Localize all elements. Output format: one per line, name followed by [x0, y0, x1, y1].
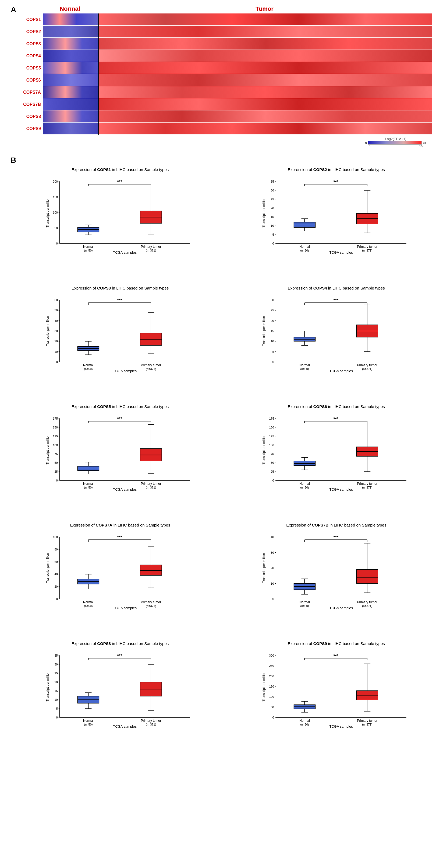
svg-text:0: 0: [272, 479, 274, 482]
svg-text:Normal: Normal: [83, 719, 94, 722]
svg-rect-1: [99, 13, 432, 25]
heatmap-normal-label: Normal: [60, 5, 80, 12]
svg-text:10: 10: [55, 350, 58, 353]
svg-text:0: 0: [56, 242, 58, 245]
svg-rect-19: [99, 123, 432, 134]
svg-text:Normal: Normal: [83, 245, 94, 249]
svg-text:35: 35: [55, 654, 58, 657]
heatmap-tumor-label: Tumor: [255, 5, 274, 12]
svg-text:175: 175: [269, 417, 274, 420]
panel-a: A Normal Tumor COPS1 COPS2: [11, 5, 432, 148]
svg-text:150: 150: [53, 195, 58, 199]
svg-text:0: 0: [56, 716, 58, 719]
svg-text:25: 25: [271, 470, 274, 473]
svg-text:300: 300: [269, 654, 274, 657]
svg-text:Primary tumor: Primary tumor: [141, 245, 161, 249]
svg-rect-2: [43, 26, 99, 37]
svg-text:(n=50): (n=50): [84, 604, 93, 608]
svg-text:30: 30: [55, 663, 58, 666]
svg-text:***: ***: [117, 298, 123, 303]
svg-text:25: 25: [55, 672, 58, 675]
plot-svg-cops3: 0102030405060Transcript per million***No…: [30, 292, 211, 373]
svg-rect-17: [99, 111, 432, 122]
box-plot-cops5: Expression of COPS5 in LIHC based on Sam…: [11, 402, 216, 515]
gene-label-cops3: COPS3: [22, 41, 41, 46]
plot-svg-cops9: 050100150200250300Transcript per million…: [246, 647, 427, 728]
svg-text:15: 15: [55, 689, 58, 692]
svg-text:Normal: Normal: [299, 482, 310, 486]
svg-text:Primary tumor: Primary tumor: [141, 363, 161, 367]
gene-label-cops4: COPS4: [22, 54, 41, 58]
svg-text:20: 20: [271, 319, 274, 322]
svg-text:0: 0: [272, 360, 274, 364]
svg-text:25: 25: [271, 309, 274, 312]
gene-label-cops7a: COPS7A: [22, 90, 41, 95]
svg-text:Normal: Normal: [299, 245, 310, 249]
svg-text:30: 30: [55, 329, 58, 333]
svg-rect-15: [99, 98, 432, 110]
svg-text:Transcript per million: Transcript per million: [46, 316, 49, 346]
svg-text:100: 100: [269, 443, 274, 447]
svg-text:20: 20: [55, 340, 58, 343]
svg-text:(n=371): (n=371): [362, 486, 372, 489]
svg-text:5: 5: [272, 350, 274, 353]
heatmap-body: COPS1 COPS2 COPS3 COPS4 COPS5 COPS6 COPS…: [22, 13, 432, 135]
svg-rect-4: [43, 38, 99, 50]
svg-text:(n=50): (n=50): [300, 249, 309, 252]
svg-text:TCGA samples: TCGA samples: [113, 369, 137, 373]
svg-text:Transcript per million: Transcript per million: [46, 435, 49, 465]
svg-text:20: 20: [271, 566, 274, 569]
svg-rect-10: [43, 74, 99, 86]
svg-rect-3: [99, 26, 432, 37]
heatmap-canvas: [43, 13, 432, 135]
svg-text:10: 10: [271, 224, 274, 227]
svg-text:TCGA samples: TCGA samples: [113, 606, 137, 610]
svg-text:Transcript per million: Transcript per million: [262, 316, 266, 346]
svg-text:0: 0: [272, 242, 274, 245]
svg-text:Normal: Normal: [299, 600, 310, 604]
svg-text:Transcript per million: Transcript per million: [46, 672, 49, 702]
svg-text:Primary tumor: Primary tumor: [141, 719, 161, 722]
plot-title-cops9: Expression of COPS9 in LIHC based on Sam…: [246, 641, 427, 646]
svg-text:75: 75: [55, 452, 58, 456]
box-plot-cops7a: Expression of COPS7A in LIHC based on Sa…: [11, 520, 216, 633]
svg-text:35: 35: [271, 180, 274, 183]
plot-title-cops1: Expression of COPS1 in LIHC based on Sam…: [30, 167, 211, 172]
svg-text:***: ***: [333, 298, 338, 303]
svg-rect-314: [356, 569, 378, 584]
svg-text:60: 60: [55, 299, 58, 302]
svg-text:(n=371): (n=371): [146, 486, 156, 489]
svg-rect-18: [43, 123, 99, 134]
svg-text:***: ***: [333, 180, 338, 184]
svg-text:Transcript per million: Transcript per million: [46, 553, 49, 583]
svg-text:Normal: Normal: [83, 363, 94, 367]
plot-svg-cops1: 050100150200Transcript per million***Nor…: [30, 174, 211, 254]
svg-text:***: ***: [117, 416, 123, 421]
gene-label-cops1: COPS1: [22, 17, 41, 22]
plot-svg-cops8: 05101520253035Transcript per million***N…: [30, 647, 211, 728]
svg-text:150: 150: [53, 426, 58, 429]
plot-title-cops6: Expression of COPS6 in LIHC based on Sam…: [246, 404, 427, 409]
svg-text:5: 5: [56, 707, 58, 710]
svg-text:10: 10: [271, 340, 274, 343]
svg-text:Primary tumor: Primary tumor: [141, 482, 161, 486]
colorbar-tick-15: 15: [423, 141, 426, 144]
panel-a-label: A: [11, 5, 16, 14]
svg-text:20: 20: [55, 681, 58, 684]
svg-rect-0: [43, 13, 99, 25]
svg-rect-16: [43, 111, 99, 122]
plot-title-cops5: Expression of COPS5 in LIHC based on Sam…: [30, 404, 211, 409]
svg-text:100: 100: [53, 443, 58, 447]
plots-grid: Expression of COPS1 in LIHC based on Sam…: [11, 164, 432, 752]
svg-text:20: 20: [271, 207, 274, 210]
plot-svg-cops7a: 020406080100Transcript per million***Nor…: [30, 529, 211, 610]
svg-text:(n=50): (n=50): [300, 486, 309, 489]
svg-text:(n=50): (n=50): [84, 486, 93, 489]
svg-text:100: 100: [53, 211, 58, 214]
svg-text:Normal: Normal: [83, 600, 94, 604]
svg-text:Transcript per million: Transcript per million: [262, 198, 266, 227]
svg-text:175: 175: [53, 417, 58, 420]
svg-text:Transcript per million: Transcript per million: [262, 672, 266, 702]
svg-text:40: 40: [55, 319, 58, 322]
box-plot-cops6: Expression of COPS6 in LIHC based on Sam…: [227, 402, 433, 515]
